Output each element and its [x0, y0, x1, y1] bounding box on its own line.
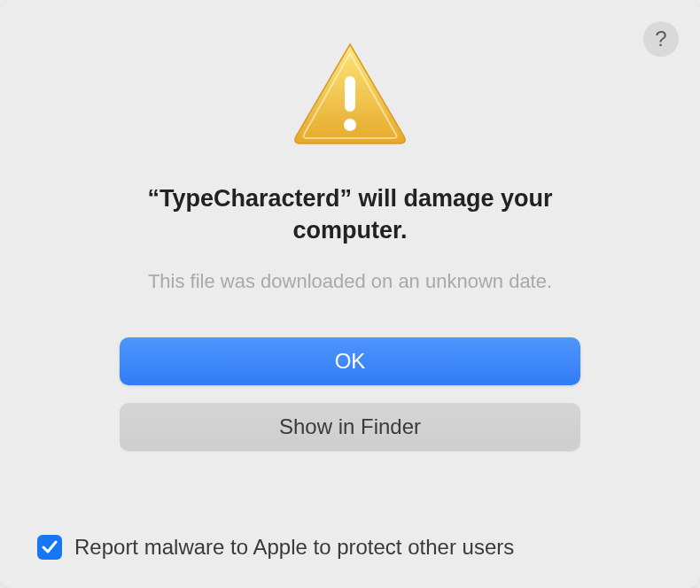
checkmark-icon	[41, 538, 58, 556]
help-icon: ?	[655, 27, 666, 51]
dialog-title: “TypeCharacterd” will damage your comput…	[102, 182, 598, 247]
ok-button[interactable]: OK	[120, 337, 580, 385]
help-button[interactable]: ?	[643, 21, 679, 57]
svg-rect-0	[345, 76, 355, 112]
alert-dialog: ? “TypeCharacterd” will damage your comp…	[0, 0, 700, 588]
report-malware-checkbox[interactable]	[37, 535, 62, 560]
show-in-finder-button[interactable]: Show in Finder	[120, 403, 580, 451]
report-malware-row: Report malware to Apple to protect other…	[37, 535, 514, 560]
report-malware-label[interactable]: Report malware to Apple to protect other…	[74, 535, 514, 560]
warning-triangle-icon	[292, 41, 408, 145]
dialog-subtitle: This file was downloaded on an unknown d…	[148, 270, 552, 293]
warning-icon	[292, 41, 408, 149]
svg-point-1	[344, 119, 356, 131]
